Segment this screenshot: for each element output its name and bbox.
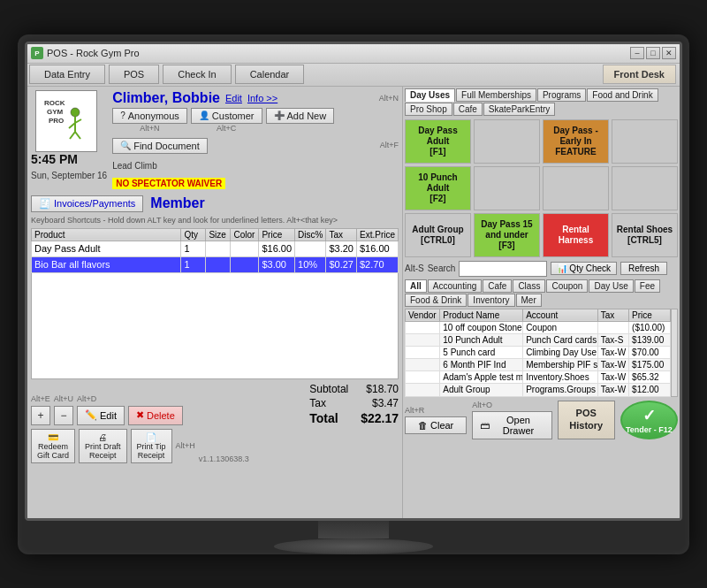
prod-rental-shoes[interactable]: Rental Shoes[CTRL5] [612,213,678,257]
info-link[interactable]: Info >> [247,93,277,103]
app-icon: P [31,47,43,59]
alt-u-hint: Alt+U [54,394,73,403]
subtotal-value: $18.70 [366,383,399,395]
cell-color [231,241,259,256]
filter-coupon[interactable]: Coupon [546,279,588,293]
tab-skate-park[interactable]: SkateParkEntry [483,103,555,116]
tab-cafe[interactable]: Cafe [453,103,483,116]
list-row[interactable]: 6 Month PIF Ind Membership PIF six... Ta… [406,358,671,370]
col-extprice: Ext.Price [356,228,398,241]
alt-d-hint: Alt+D [77,394,96,403]
tab-full-memberships[interactable]: Full Memberships [456,88,536,102]
no-spectator-badge: NO SPECTATOR WAIVER [112,178,225,189]
svg-text:PRO: PRO [49,117,64,125]
nav-calendar[interactable]: Calendar [235,65,305,84]
edit-button[interactable]: ✏️ Edit [77,406,125,425]
nav-data-entry[interactable]: Data Entry [29,65,105,84]
anonymous-button[interactable]: ? Anonymous [112,108,187,124]
customer-button[interactable]: 👤 Customer [191,108,262,124]
filter-fee[interactable]: Fee [635,279,660,293]
product-list-table: Vendor Product Name Account Tax Price [405,309,671,397]
filter-accounting[interactable]: Accounting [428,279,482,293]
tab-programs[interactable]: Programs [537,88,586,102]
list-row[interactable]: Adult Group Programs.Groups Tax-W $12.00 [406,384,671,396]
find-document-button[interactable]: 🔍 Find Document [112,138,208,154]
tab-pro-shop[interactable]: Pro Shop [405,103,452,116]
total-value: $22.17 [361,411,399,425]
invoices-button[interactable]: 🧾 Invoices/Payments [31,195,143,212]
filter-all[interactable]: All [405,279,427,293]
filter-tabs: All Accounting Cafe Class Coupon Day Use… [405,279,678,307]
alt-e-hint: Alt+E [31,394,50,403]
cell-vendor [406,321,440,333]
filter-cafe[interactable]: Cafe [483,279,512,293]
tab-day-uses[interactable]: Day Uses [405,88,455,102]
filter-mer[interactable]: Mer [516,294,542,307]
cell-extprice: $2.70 [356,256,398,272]
qty-check-button[interactable]: 📊 Qty Check [551,262,617,275]
list-row[interactable]: 5 Punch card Climbing Day Use Tax-W $70.… [406,346,671,358]
add-new-button[interactable]: ➕ Add New [266,108,335,124]
filter-inventory[interactable]: Inventory [468,294,514,307]
nav-bar: Data Entry POS Check In Calendar Front D… [27,64,680,87]
filter-day-use[interactable]: Day Use [589,279,633,293]
list-col-account: Account [523,309,598,321]
cell-tax: Tax-W [597,358,628,370]
delete-button[interactable]: ✖ Delete [128,406,183,425]
tab-food-drink[interactable]: Food and Drink [587,88,658,102]
cell-extprice: $16.00 [356,241,398,256]
add-item-button[interactable]: + [31,406,50,425]
print-draft-receipt-button[interactable]: 🖨 Print DraftReceipt [79,429,127,463]
prod-day-pass-adult[interactable]: Day Pass Adult[F1] [405,119,471,164]
refresh-button[interactable]: Refresh [620,262,667,275]
list-row[interactable]: 10 off coupon Stone test Coupon ($10.00) [406,321,671,333]
clear-button[interactable]: 🗑 Clear [405,416,467,434]
alt-s-hint: Alt-S [405,263,424,273]
cell-name: Adam's Apple test merge [440,371,523,384]
prod-day-pass-early[interactable]: Day Pass - Early InFEATURE [543,119,609,164]
search-area: Alt-S Search 📊 Qty Check Refresh [405,261,678,277]
prod-rental-harness[interactable]: Rental Harness [543,213,609,257]
filter-class[interactable]: Class [513,279,545,293]
table-row[interactable]: Day Pass Adult 1 $16.00 $3.20 $16.00 [32,241,399,256]
cell-size [206,241,231,256]
cell-account: Coupon [523,321,598,333]
category-tabs: Day Uses Full Memberships Programs Food … [405,88,678,116]
minimize-button[interactable]: – [630,47,644,59]
left-panel: ROCK GYM PRO [27,87,403,518]
list-col-name: Product Name [440,309,523,321]
list-row[interactable]: 10 Punch Adult Punch Card cards Tax-S $1… [406,333,671,346]
front-desk-button[interactable]: Front Desk [603,65,676,84]
cell-price: $12.00 [629,384,671,396]
cell-account: Membership PIF six... [523,358,598,370]
tender-button[interactable]: ✓ Tender - F12 [620,401,678,439]
filter-food-drink[interactable]: Food & Drink [405,294,467,307]
prod-adult-group[interactable]: Adult Group[CTRL0] [405,213,471,257]
print-tip-receipt-button[interactable]: 📄 Print TipReceipt [131,429,172,463]
nav-check-in[interactable]: Check In [163,65,231,84]
open-drawer-button[interactable]: 🗃 Open Drawer [472,411,551,439]
close-button[interactable]: ✕ [662,47,676,59]
table-row[interactable]: Bio Bar all flavors 1 $3.00 10% $0.27 $2… [32,256,399,272]
cell-price: $175.00 [629,358,671,370]
prod-empty-4 [543,166,609,210]
nav-pos[interactable]: POS [109,65,159,84]
edit-link[interactable]: Edit [225,93,242,103]
scrollbar[interactable] [671,309,678,397]
prod-10-punch[interactable]: 10 Punch Adult[F2] [405,166,471,210]
lead-climb-label: Lead Climb [112,161,157,171]
redeem-gift-card-button[interactable]: 💳 RedeemGift Card [31,429,75,463]
cell-account: Climbing Day Use [523,346,598,358]
drawer-icon: 🗃 [480,420,490,431]
cell-qty: 1 [181,241,206,256]
list-row[interactable]: Adam's Apple test merge Inventory.Shoes … [406,371,671,384]
search-input[interactable] [459,261,547,277]
cell-vendor [406,358,440,370]
cell-price: $139.00 [629,333,671,346]
cell-disc: 10% [295,256,326,272]
remove-item-button[interactable]: − [54,406,73,425]
pos-history-button[interactable]: POS History [558,401,615,439]
member-badge: Member [150,195,204,211]
prod-day-pass-15[interactable]: Day Pass 15 and under[F3] [474,213,540,257]
maximize-button[interactable]: □ [646,47,660,59]
